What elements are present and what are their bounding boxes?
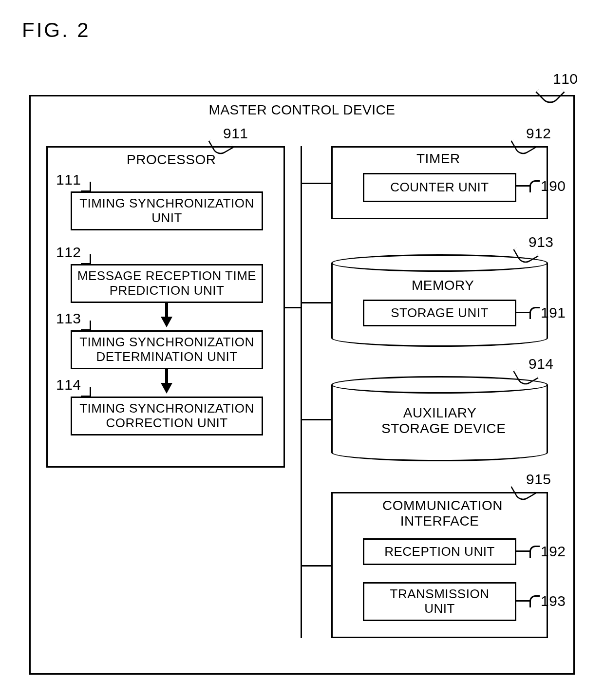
- storage-unit: STORAGE UNIT: [363, 300, 516, 326]
- timing-correction-unit: TIMING SYNCHRONIZATION CORRECTION UNIT: [71, 397, 263, 435]
- aux-title: AUXILIARY STORAGE DEVICE: [381, 405, 498, 436]
- ref-190: 190: [541, 178, 566, 194]
- ref-913: 913: [528, 234, 554, 250]
- bus-comm: [301, 565, 331, 567]
- timer-title: TIMER: [416, 151, 460, 167]
- timing-sync-unit: TIMING SYNCHRONIZATION UNIT: [71, 191, 263, 230]
- ref-192: 192: [541, 543, 566, 560]
- msg-reception-unit: MESSAGE RECEPTION TIME PREDICTION UNIT: [71, 264, 263, 303]
- device-title: MASTER CONTROL DEVICE: [190, 102, 414, 118]
- arrow-icon: [161, 383, 172, 394]
- ref-110: 110: [553, 71, 578, 87]
- ref-114: 114: [56, 377, 81, 393]
- counter-unit: COUNTER UNIT: [363, 173, 516, 202]
- comm-title: COMMUNICATION INTERFACE: [382, 498, 497, 529]
- ref-911: 911: [223, 125, 248, 142]
- memory-title: MEMORY: [412, 278, 474, 293]
- bus-vertical: [301, 146, 302, 638]
- timing-determination-unit: TIMING SYNCHRONIZATION DETERMINATION UNI…: [71, 330, 263, 369]
- ref-912: 912: [526, 125, 551, 142]
- ref-914: 914: [528, 356, 554, 372]
- reception-unit: RECEPTION UNIT: [363, 538, 516, 565]
- ref-193: 193: [541, 593, 566, 609]
- ref-191: 191: [541, 304, 566, 321]
- bus-processor: [285, 307, 301, 308]
- transmission-unit: TRANSMISSION UNIT: [363, 582, 516, 621]
- processor-title: PROCESSOR: [127, 152, 216, 168]
- arrow-icon: [161, 317, 172, 327]
- ref-113: 113: [56, 310, 81, 327]
- bus-timer: [301, 183, 331, 184]
- ref-915: 915: [526, 471, 551, 488]
- bus-aux: [301, 419, 331, 420]
- ref-111: 111: [56, 171, 81, 188]
- figure-title: FIG. 2: [22, 19, 91, 42]
- ref-112: 112: [56, 244, 81, 261]
- bus-memory: [301, 302, 331, 303]
